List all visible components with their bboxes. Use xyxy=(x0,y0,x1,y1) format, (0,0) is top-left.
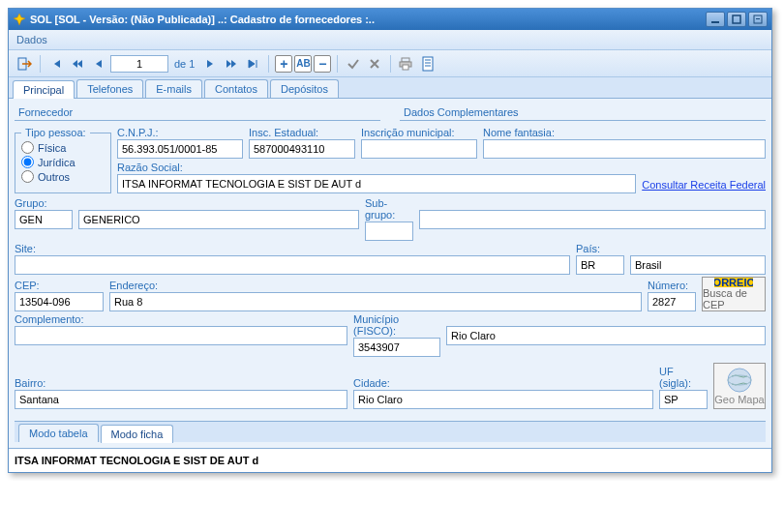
confirm-button[interactable] xyxy=(344,54,363,74)
tab-modo-tabela[interactable]: Modo tabela xyxy=(18,424,99,442)
tab-modo-ficha[interactable]: Modo ficha xyxy=(101,425,174,443)
app-icon xyxy=(13,13,26,26)
exit-button[interactable] xyxy=(15,54,34,74)
radio-juridica[interactable]: Jurídica xyxy=(21,155,105,169)
numero-label: Número: xyxy=(648,280,696,291)
minimize-button[interactable] xyxy=(706,12,725,27)
tipo-pessoa-group: Tipo pessoa: Física Jurídica Outros xyxy=(15,127,111,193)
svg-rect-7 xyxy=(403,65,408,70)
next-record-button[interactable] xyxy=(200,54,220,74)
insc-municipal-input[interactable] xyxy=(361,139,477,159)
endereco-label: Endereço: xyxy=(109,280,642,291)
pais-name-input[interactable] xyxy=(630,255,766,275)
edit-text-button[interactable]: AB xyxy=(294,55,312,73)
tipo-pessoa-legend: Tipo pessoa: xyxy=(21,127,90,138)
nome-fantasia-input[interactable] xyxy=(483,139,766,159)
cancel-button[interactable] xyxy=(365,54,384,74)
svg-rect-1 xyxy=(733,15,740,23)
svg-rect-3 xyxy=(756,18,760,19)
svg-rect-0 xyxy=(711,21,719,23)
page-info: de 1 xyxy=(174,58,195,70)
cep-label: CEP: xyxy=(15,280,104,291)
correios-button[interactable]: CORREIOS Busca de CEP xyxy=(702,277,766,311)
menubar: Dados xyxy=(9,30,771,50)
razao-social-label: Razão Social: xyxy=(117,162,636,173)
subgrupo-name-input[interactable] xyxy=(419,210,766,229)
grupo-code-input[interactable] xyxy=(15,210,73,229)
globe-icon xyxy=(726,367,753,394)
tab-telefones[interactable]: Telefones xyxy=(76,79,143,98)
prev-record-button[interactable] xyxy=(89,54,108,74)
pais-code-input[interactable] xyxy=(576,255,624,275)
complemento-label: Complemento: xyxy=(15,313,347,325)
bairro-label: Bairro: xyxy=(15,377,347,389)
grupo-label: Grupo: xyxy=(15,197,73,209)
subgrupo-code-input[interactable] xyxy=(365,222,413,241)
municipio-name-input[interactable] xyxy=(446,326,766,345)
prev-page-button[interactable] xyxy=(68,54,87,74)
municipio-label: Município (FISCO): xyxy=(353,313,440,337)
svg-rect-8 xyxy=(423,57,433,71)
consultar-receita-link[interactable]: Consultar Receita Federal xyxy=(642,179,766,193)
print-button[interactable] xyxy=(397,54,416,74)
uf-input[interactable] xyxy=(659,390,708,409)
add-button[interactable]: + xyxy=(275,55,292,73)
site-input[interactable] xyxy=(15,255,570,275)
last-record-button[interactable] xyxy=(243,54,262,74)
first-record-button[interactable] xyxy=(46,54,66,74)
pais-label: País: xyxy=(576,243,624,254)
section-fornecedor: Fornecedor xyxy=(15,104,380,121)
svg-point-14 xyxy=(728,369,751,392)
razao-social-input[interactable] xyxy=(117,174,636,193)
titlebar[interactable]: SOL [SOL - Versão: (Não Publicada)] ..: … xyxy=(9,9,771,30)
view-mode-tabs: Modo tabela Modo ficha xyxy=(15,421,766,442)
numero-input[interactable] xyxy=(648,292,696,311)
help-button[interactable] xyxy=(748,12,768,27)
cnpj-input[interactable] xyxy=(117,139,243,159)
uf-label: UF (sigla): xyxy=(659,366,708,389)
document-button[interactable] xyxy=(418,54,437,74)
toolbar: de 1 + AB − xyxy=(9,50,771,77)
tab-contatos[interactable]: Contatos xyxy=(204,79,268,98)
section-dados-complementares[interactable]: Dados Complementares xyxy=(400,104,766,121)
grupo-name-input[interactable] xyxy=(78,210,359,229)
status-footer: ITSA INFORMAT TECNOLOGIA E SIST DE AUT d xyxy=(9,448,771,472)
insc-estadual-label: Insc. Estadual: xyxy=(249,127,355,138)
window-title: SOL [SOL - Versão: (Não Publicada)] ..: … xyxy=(30,14,706,25)
tab-depositos[interactable]: Depósitos xyxy=(270,79,339,98)
next-page-button[interactable] xyxy=(222,54,241,74)
nome-fantasia-label: Nome fantasia: xyxy=(483,127,766,138)
endereco-input[interactable] xyxy=(109,292,642,311)
municipio-code-input[interactable] xyxy=(353,338,440,357)
correios-icon: CORREIOS xyxy=(714,278,753,287)
svg-rect-5 xyxy=(402,58,409,62)
cidade-label: Cidade: xyxy=(353,377,653,389)
svg-text:CORREIOS: CORREIOS xyxy=(714,278,753,287)
cidade-input[interactable] xyxy=(353,390,653,409)
radio-fisica[interactable]: Física xyxy=(21,140,105,155)
insc-municipal-label: Inscrição municipal: xyxy=(361,127,477,138)
tab-principal[interactable]: Principal xyxy=(13,80,75,99)
main-tabs: Principal Telefones E-mails Contatos Dep… xyxy=(9,77,771,99)
cep-input[interactable] xyxy=(15,292,104,311)
site-label: Site: xyxy=(15,243,570,254)
page-number-input[interactable] xyxy=(110,55,168,73)
radio-outros[interactable]: Outros xyxy=(21,169,105,184)
menu-dados[interactable]: Dados xyxy=(16,34,47,45)
insc-estadual-input[interactable] xyxy=(249,139,355,159)
complemento-input[interactable] xyxy=(15,326,347,345)
maximize-button[interactable] xyxy=(727,12,746,27)
app-window: SOL [SOL - Versão: (Não Publicada)] ..: … xyxy=(8,8,772,473)
remove-button[interactable]: − xyxy=(314,55,331,73)
subgrupo-label: Sub-grupo: xyxy=(365,197,413,221)
geomapa-button[interactable]: Geo Mapa xyxy=(713,363,766,409)
tab-emails[interactable]: E-mails xyxy=(145,79,202,98)
bairro-input[interactable] xyxy=(15,390,347,409)
content-area: Fornecedor Dados Complementares Tipo pes… xyxy=(9,99,771,448)
cnpj-label: C.N.P.J.: xyxy=(117,127,243,138)
